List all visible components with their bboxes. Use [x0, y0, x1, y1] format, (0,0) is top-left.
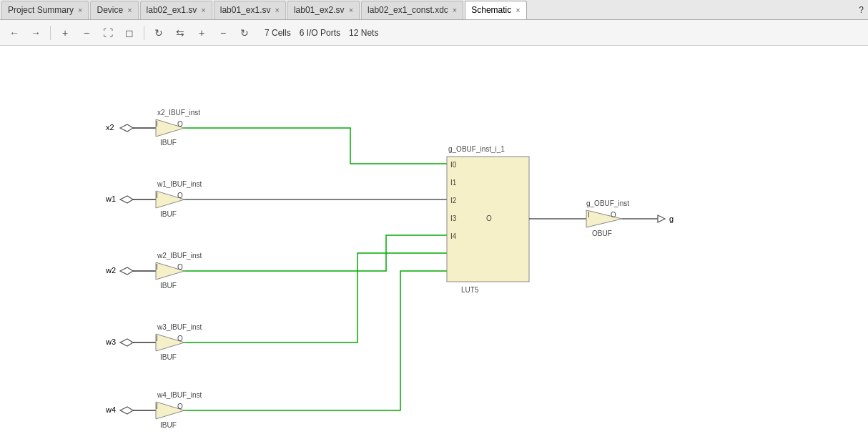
label-obuf-o: O: [611, 211, 616, 219]
tab-device-label: Device: [97, 5, 123, 15]
label-w4: w4: [105, 405, 116, 414]
lut-i2: I2: [450, 197, 457, 204]
lut-i1: I1: [450, 179, 457, 187]
lut-i4: I4: [450, 232, 457, 240]
lut-i3: I3: [450, 214, 457, 222]
tab-lab02-const-close[interactable]: ×: [453, 6, 457, 14]
label-x2-ibuf-name: x2_IBUF_inst: [157, 109, 200, 117]
label-w1: w1: [105, 194, 116, 203]
label-w3-ibuf: IBUF: [160, 353, 177, 361]
add-button[interactable]: +: [193, 24, 210, 41]
label-x2: x2: [106, 123, 114, 132]
label-w4-ibuf-name: w4_IBUF_inst: [157, 391, 202, 399]
remove-button[interactable]: −: [214, 24, 232, 41]
tab-lab01-ex2-close[interactable]: ×: [349, 6, 353, 14]
port-w2: [120, 267, 133, 275]
tab-schematic[interactable]: Schematic ×: [465, 1, 526, 19]
nets-count: 12 Nets: [349, 28, 378, 38]
label-w2-ibuf-o: O: [177, 263, 183, 271]
tab-project-summary[interactable]: Project Summary ×: [1, 1, 89, 19]
back-button[interactable]: ←: [6, 24, 23, 41]
tab-lab01-ex2-label: lab01_ex2.sv: [294, 5, 345, 15]
fit-button[interactable]: ⛶: [99, 24, 117, 41]
label-w2-ibuf: IBUF: [160, 282, 177, 290]
label-w3-ibuf-i: I: [156, 335, 158, 342]
tab-lab01-ex2[interactable]: lab01_ex2.sv ×: [287, 1, 360, 19]
zoom-in-button[interactable]: +: [56, 24, 74, 41]
toolbar-separator-1: [50, 26, 51, 40]
wire-x2-to-lut: [184, 128, 447, 164]
label-w1-ibuf-o: O: [177, 192, 183, 199]
label-w1-ibuf-name: w1_IBUF_inst: [157, 180, 202, 188]
forward-button[interactable]: →: [27, 24, 44, 41]
label-w3-ibuf-o: O: [177, 335, 183, 342]
label-w4-ibuf-i: I: [156, 403, 158, 410]
label-obuf: OBUF: [592, 230, 612, 237]
label-w2-ibuf-name: w2_IBUF_inst: [157, 252, 202, 260]
label-w2-ibuf-i: I: [156, 263, 158, 271]
schematic-canvas[interactable]: x2 x2_IBUF_inst IBUF I O w1 w1_IBUF_inst…: [0, 46, 868, 434]
tab-schematic-label: Schematic: [471, 5, 511, 15]
label-w3: w3: [105, 337, 116, 346]
select-button[interactable]: ◻: [121, 24, 138, 41]
tab-lab01-ex1-label: lab01_ex1.sv: [220, 5, 271, 15]
lut-i0: I0: [450, 161, 457, 169]
tab-lab01-ex1[interactable]: lab01_ex1.sv ×: [214, 1, 286, 19]
label-w1-ibuf-i: I: [156, 192, 158, 199]
port-w4: [120, 407, 133, 414]
cells-count: 7 Cells: [265, 28, 291, 38]
label-w4-ibuf-o: O: [177, 403, 183, 410]
port-g: [658, 215, 665, 222]
rotate-button[interactable]: ↻: [150, 24, 167, 41]
lut-type: LUT5: [461, 286, 479, 294]
tab-bar: Project Summary × Device × lab02_ex1.sv …: [0, 0, 868, 20]
label-x2-ibuf-i: I: [156, 120, 158, 128]
port-w1: [120, 196, 133, 203]
flip-button[interactable]: ⇆: [172, 24, 189, 41]
lut-o-label: O: [486, 214, 492, 222]
tab-lab02-ex1-label: lab02_ex1.sv: [147, 5, 197, 15]
port-w3: [120, 339, 133, 346]
tab-schematic-close[interactable]: ×: [516, 6, 520, 14]
help-button[interactable]: ?: [859, 5, 864, 15]
tab-lab02-const-label: lab02_ex1_const.xdc: [368, 5, 448, 15]
tab-project-summary-label: Project Summary: [8, 5, 74, 15]
toolbar-info: 7 Cells 6 I/O Ports 12 Nets: [265, 28, 378, 38]
tab-lab01-ex1-close[interactable]: ×: [275, 6, 279, 14]
tab-lab02-const[interactable]: lab02_ex1_const.xdc ×: [361, 1, 463, 19]
label-w1-ibuf: IBUF: [160, 210, 177, 218]
refresh-button[interactable]: ↻: [236, 24, 253, 41]
zoom-out-button[interactable]: −: [78, 24, 95, 41]
label-lut-name: g_OBUF_inst_i_1: [448, 145, 505, 153]
tab-device[interactable]: Device ×: [90, 1, 138, 19]
label-x2-ibuf-o: O: [177, 120, 183, 128]
toolbar-separator-2: [144, 26, 144, 40]
label-obuf-i: I: [588, 211, 590, 219]
tab-device-close[interactable]: ×: [127, 6, 132, 14]
label-w4-ibuf: IBUF: [160, 421, 177, 429]
label-w3-ibuf-name: w3_IBUF_inst: [157, 323, 202, 331]
label-obuf-name: g_OBUF_inst: [586, 199, 629, 207]
obuf-block: [586, 210, 622, 227]
label-g: g: [669, 214, 674, 223]
label-w2: w2: [105, 266, 116, 275]
tab-project-summary-close[interactable]: ×: [78, 6, 82, 14]
tab-lab02-ex1-close[interactable]: ×: [201, 6, 205, 14]
schematic-diagram: x2 x2_IBUF_inst IBUF I O w1 w1_IBUF_inst…: [0, 46, 868, 434]
label-x2-ibuf: IBUF: [160, 139, 177, 147]
toolbar: ← → + − ⛶ ◻ ↻ ⇆ + − ↻ 7 Cells 6 I/O Port…: [0, 20, 868, 46]
wire-w4-to-lut: [184, 271, 447, 410]
tab-lab02-ex1[interactable]: lab02_ex1.sv ×: [140, 1, 212, 19]
wire-w3-to-lut: [184, 253, 447, 342]
ports-count: 6 I/O Ports: [300, 28, 340, 38]
port-x2: [120, 124, 133, 132]
